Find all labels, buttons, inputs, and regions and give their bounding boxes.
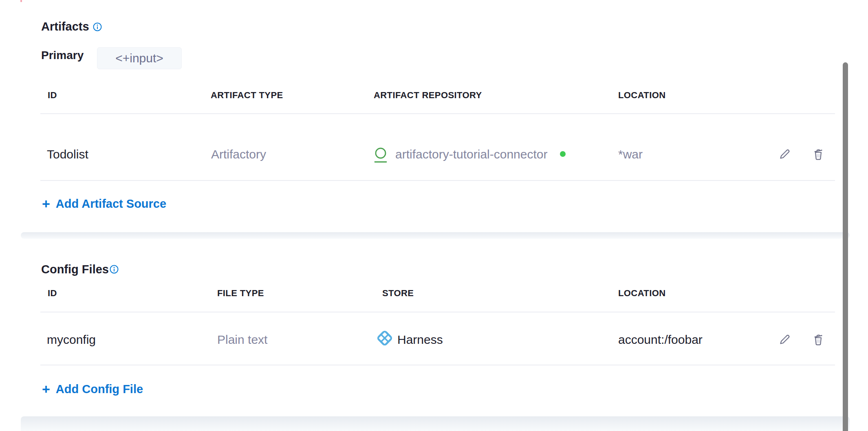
add-config-file-button[interactable]: + Add Config File: [42, 383, 143, 395]
vertical-scrollbar[interactable]: [843, 62, 848, 431]
primary-runtime-input-chip[interactable]: <+input>: [97, 47, 182, 69]
column-header-id: ID: [48, 288, 57, 298]
column-header-artifact-type: ARTIFACT TYPE: [211, 90, 283, 100]
config-files-section-title: Config Files: [41, 263, 109, 275]
delete-trash-icon[interactable]: [811, 332, 826, 347]
table-header-divider: [40, 113, 835, 114]
column-header-artifact-repository: ARTIFACT REPOSITORY: [374, 90, 482, 100]
delete-trash-icon[interactable]: [811, 147, 826, 161]
config-file-type-cell: Plain text: [217, 333, 267, 346]
plus-icon: +: [42, 383, 50, 395]
info-icon[interactable]: [93, 22, 102, 31]
config-location-cell: account:/foobar: [618, 333, 703, 346]
edit-pencil-icon[interactable]: [778, 332, 792, 347]
artifactory-connector-icon: [373, 147, 388, 163]
artifact-repository-cell: artifactory-tutorial-connector: [395, 148, 547, 161]
edit-pencil-icon[interactable]: [778, 147, 792, 161]
column-header-id: ID: [48, 90, 57, 100]
table-header-divider: [40, 312, 835, 312]
plus-icon: +: [42, 198, 50, 210]
add-artifact-source-button[interactable]: + Add Artifact Source: [42, 198, 166, 210]
artifacts-config-page: Artifacts Primary <+input> ID ARTIFACT T…: [0, 0, 868, 431]
artifact-id-cell: Todolist: [47, 148, 88, 161]
artifacts-section-title: Artifacts: [41, 20, 89, 33]
artifact-type-cell: Artifactory: [211, 148, 266, 161]
column-header-location: LOCATION: [618, 288, 665, 298]
config-id-cell: myconfig: [47, 333, 96, 346]
clipped-element-fragment: [20, 0, 22, 2]
harness-store-icon: [376, 329, 394, 347]
connector-status-dot-icon: [560, 151, 566, 157]
table-row-divider: [40, 365, 835, 365]
table-row-divider: [40, 180, 835, 181]
column-header-location: LOCATION: [618, 90, 665, 100]
info-icon[interactable]: [110, 265, 119, 274]
column-header-file-type: FILE TYPE: [217, 288, 264, 298]
artifact-location-cell: *war: [618, 148, 643, 161]
primary-artifact-label: Primary: [41, 49, 84, 62]
config-store-cell: Harness: [397, 333, 443, 346]
column-header-store: STORE: [382, 288, 414, 298]
section-gap-divider: [21, 416, 850, 431]
section-gap-divider: [21, 232, 850, 239]
